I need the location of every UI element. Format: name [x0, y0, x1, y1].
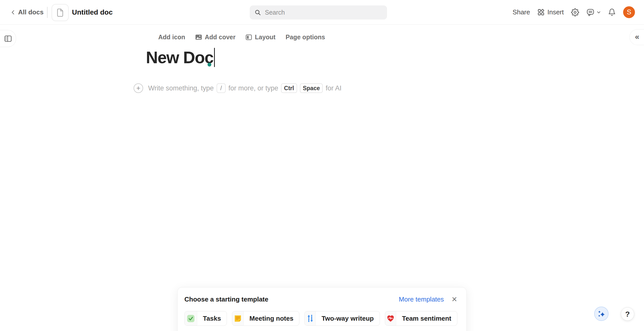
template-buttons-row: Tasks Meeting notes: [184, 311, 457, 326]
search-input[interactable]: [264, 9, 383, 16]
collapse-panel-button[interactable]: «: [629, 29, 644, 45]
close-icon[interactable]: ✕: [452, 296, 457, 303]
template-button-meeting-notes[interactable]: Meeting notes: [232, 311, 299, 326]
doc-title-editor[interactable]: New Doc: [146, 47, 215, 68]
template-label: Meeting notes: [244, 311, 299, 325]
add-icon-button[interactable]: Add icon: [158, 34, 185, 41]
doc-page-icon-button[interactable]: [52, 4, 69, 21]
template-label: Team sentiment: [396, 311, 457, 325]
layout-button[interactable]: Layout: [246, 34, 275, 41]
editor-placeholder: Write something, type / for more, or typ…: [148, 83, 342, 93]
comment-bubble-icon: [586, 8, 594, 16]
placeholder-text-pre: Write something, type: [148, 84, 214, 92]
comments-button[interactable]: [586, 8, 601, 16]
add-cover-label: Add cover: [205, 34, 235, 41]
topbar-right-actions: Share Insert: [513, 0, 635, 24]
share-button[interactable]: Share: [513, 8, 530, 16]
add-icon-label: Add icon: [158, 34, 185, 41]
editor-first-line[interactable]: + Write something, type / for more, or t…: [134, 83, 342, 93]
search-icon: [255, 9, 261, 16]
placeholder-text-mid: for more, or type: [228, 84, 278, 92]
add-block-button[interactable]: +: [134, 83, 143, 93]
page-options-button[interactable]: Page options: [286, 34, 325, 41]
more-templates-link[interactable]: More templates: [399, 295, 444, 303]
add-cover-button[interactable]: Add cover: [195, 34, 235, 41]
template-chooser-panel: Choose a starting template More template…: [177, 287, 467, 331]
ai-assistant-button[interactable]: [594, 307, 609, 321]
back-to-all-docs-button[interactable]: All docs: [11, 0, 44, 24]
layout-icon: [246, 34, 252, 41]
text-cursor: [214, 48, 215, 67]
help-button[interactable]: ?: [621, 307, 634, 321]
two-way-arrows-icon: [305, 311, 316, 325]
topbar-divider: [47, 7, 48, 18]
double-chevron-left-icon: «: [635, 32, 639, 41]
page-toolbar: Add icon Add cover Layout Page options: [158, 34, 325, 41]
insert-button[interactable]: Insert: [537, 8, 564, 16]
sticky-note-icon: [232, 311, 244, 325]
template-button-tasks[interactable]: Tasks: [184, 311, 227, 326]
user-avatar[interactable]: S: [623, 6, 635, 18]
image-icon: [195, 34, 202, 40]
template-button-team-sentiment[interactable]: Team sentiment: [385, 311, 457, 326]
template-button-two-way-writeup[interactable]: Two-way writeup: [304, 311, 380, 326]
template-label: Tasks: [197, 311, 227, 325]
search-bar[interactable]: [250, 6, 387, 19]
doc-page-icon: [56, 8, 64, 17]
insert-grid-icon: [537, 9, 545, 16]
ctrl-key-chip: Ctrl: [281, 83, 297, 93]
insert-label: Insert: [547, 8, 564, 16]
sidebar-toggle-button[interactable]: [0, 30, 16, 47]
slash-key-chip: /: [217, 83, 226, 93]
back-chevron-icon: [11, 10, 15, 15]
question-mark-icon: ?: [625, 310, 630, 318]
checkbox-check-icon: [185, 311, 197, 325]
back-label: All docs: [18, 8, 44, 16]
layout-label: Layout: [255, 34, 275, 41]
template-panel-header: Choose a starting template More template…: [184, 295, 457, 303]
template-panel-heading: Choose a starting template: [184, 295, 399, 303]
top-bar: All docs Untitled doc Share: [0, 0, 644, 25]
settings-gear-icon[interactable]: [571, 8, 579, 16]
space-key-chip: Space: [300, 83, 323, 93]
page-options-label: Page options: [286, 34, 325, 41]
page-title[interactable]: New Doc: [146, 47, 213, 68]
doc-title[interactable]: Untitled doc: [72, 0, 113, 24]
placeholder-text-post: for AI: [326, 84, 341, 92]
sparkles-icon: [597, 310, 606, 318]
template-label: Two-way writeup: [316, 311, 380, 325]
sidebar-panel-icon: [4, 35, 12, 42]
notifications-bell-icon[interactable]: [608, 8, 616, 16]
heart-pulse-icon: [385, 311, 396, 325]
chevron-down-icon: [597, 11, 601, 14]
